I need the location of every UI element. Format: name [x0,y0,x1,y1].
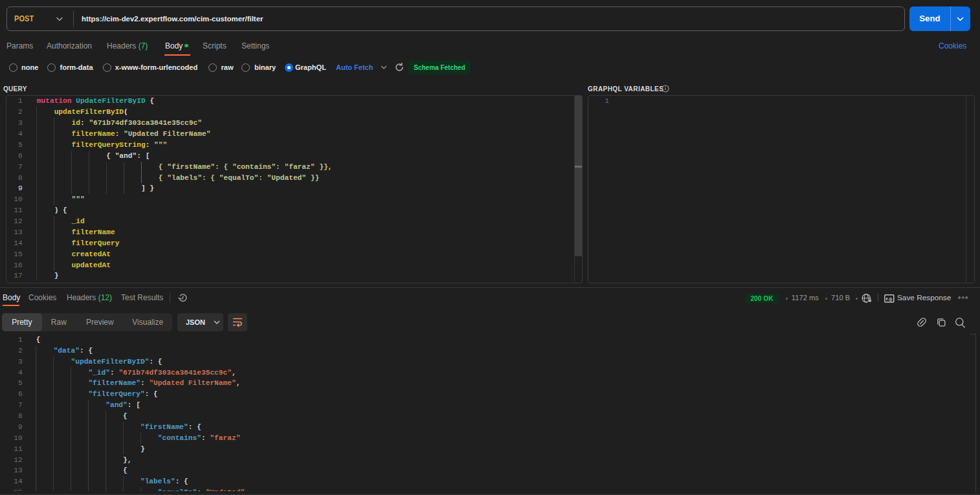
svg-text:e.g.: e.g. [886,296,894,302]
